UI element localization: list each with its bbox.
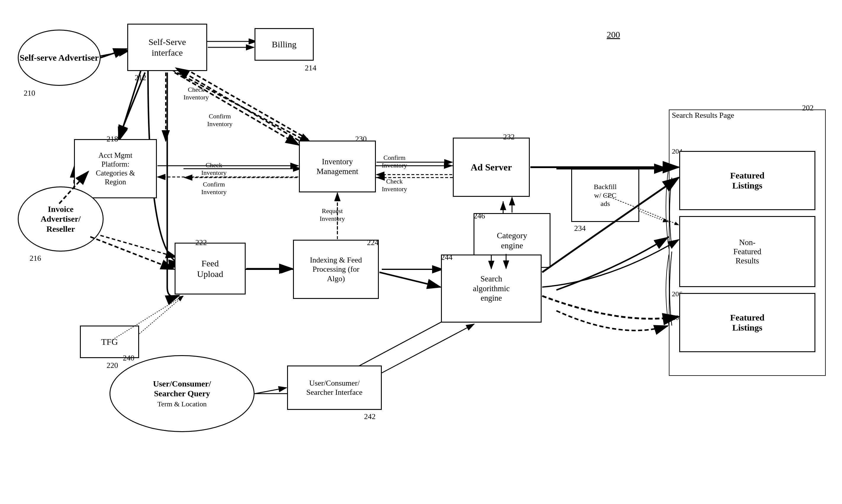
self-serve-advertiser-label: Self-serve Advertiser	[20, 52, 98, 63]
svg-line-49	[255, 388, 286, 394]
svg-line-41	[90, 237, 174, 269]
billing-label: Billing	[272, 39, 296, 50]
label-216: 216	[30, 254, 41, 263]
featured-listings-top: FeaturedListings	[679, 151, 816, 210]
inventory-management-label: InventoryManagement	[317, 157, 358, 176]
search-results-page-label: Search Results Page	[672, 111, 734, 120]
feed-upload-label: FeedUpload	[197, 258, 223, 280]
backfill-cpc: Backfillw/ CPCads	[571, 169, 639, 222]
featured-listings-bottom-label: FeaturedListings	[730, 312, 765, 332]
svg-line-45	[379, 272, 441, 287]
svg-line-50	[382, 324, 474, 373]
search-algorithmic-label: Searchalgorithmicengine	[473, 274, 509, 303]
billing: Billing	[254, 28, 314, 61]
indexing-feed-label: Indexing & FeedProcessing (forAlgo)	[310, 255, 362, 283]
user-consumer-interface: User/Consumer/Searcher Interface	[287, 365, 382, 410]
backfill-cpc-label: Backfillw/ CPCads	[594, 183, 616, 208]
category-engine-label: Categoryengine	[497, 231, 527, 250]
user-consumer-query-label: User/Consumer/Searcher QueryTerm & Locat…	[153, 379, 211, 409]
check-inventory-label-2: CheckInventory	[201, 161, 227, 177]
label-220: 220	[107, 361, 118, 370]
confirm-inventory-label-3: ConfirmInventory	[382, 154, 407, 169]
diagram-title: 200	[607, 30, 620, 40]
label-242: 242	[364, 412, 376, 421]
label-210: 210	[24, 89, 35, 98]
label-240: 240	[123, 354, 135, 362]
svg-line-32	[175, 72, 299, 145]
invoice-advertiser: InvoiceAdvertiser/Reseller	[18, 186, 104, 252]
tfg-label: TFG	[101, 337, 118, 347]
label-222: 222	[195, 238, 207, 247]
user-consumer-interface-label: User/Consumer/Searcher Interface	[306, 379, 362, 397]
confirm-inventory-label-1: ConfirmInventory	[207, 112, 233, 128]
self-serve-interface: Self-Serveinterface	[127, 24, 207, 71]
svg-line-7	[166, 67, 314, 145]
label-232: 232	[503, 132, 515, 142]
ad-server: Ad Server	[453, 138, 530, 197]
svg-line-34	[119, 72, 145, 139]
svg-line-16	[95, 234, 178, 257]
tfg: TFG	[80, 326, 139, 358]
label-246: 246	[473, 212, 485, 220]
check-inventory-label-3: CheckInventory	[382, 178, 407, 193]
search-algorithmic: Searchalgorithmicengine	[441, 254, 542, 323]
user-consumer-query: User/Consumer/Searcher QueryTerm & Locat…	[109, 355, 254, 432]
label-244: 244	[441, 253, 452, 262]
feed-upload: FeedUpload	[175, 243, 246, 294]
request-inventory-label: RequestInventory	[320, 207, 345, 222]
featured-listings-bottom: FeaturedListings	[679, 293, 816, 352]
label-218: 218	[107, 134, 118, 144]
non-featured-results: Non-FeaturedResults	[679, 216, 816, 287]
indexing-feed: Indexing & FeedProcessing (forAlgo)	[293, 240, 379, 299]
invoice-advertiser-label: InvoiceAdvertiser/Reseller	[40, 204, 80, 234]
inventory-management: InventoryManagement	[299, 141, 376, 192]
check-inventory-label-1: CheckInventory	[183, 86, 209, 101]
diagram-container: Self-serve Advertiser 210 Self-Serveinte…	[0, 0, 842, 504]
label-234: 234	[574, 224, 586, 233]
confirm-inventory-label-2: ConfirmInventory	[201, 181, 227, 196]
acct-mgmt-platform: Acct MgmtPlatform:Categories &Region	[74, 139, 157, 198]
label-230: 230	[355, 134, 367, 144]
ad-server-label: Ad Server	[470, 162, 512, 173]
label-202: 202	[802, 104, 813, 112]
acct-mgmt-label: Acct MgmtPlatform:Categories &Region	[96, 151, 135, 186]
label-212: 212	[135, 73, 146, 82]
label-224: 224	[367, 238, 378, 247]
self-serve-interface-label: Self-Serveinterface	[148, 37, 186, 58]
svg-line-30	[101, 49, 127, 58]
label-214: 214	[305, 64, 316, 72]
self-serve-advertiser: Self-serve Advertiser	[18, 30, 101, 86]
svg-line-33	[176, 68, 299, 141]
non-featured-results-label: Non-FeaturedResults	[733, 238, 761, 266]
featured-listings-top-label: FeaturedListings	[730, 170, 765, 191]
